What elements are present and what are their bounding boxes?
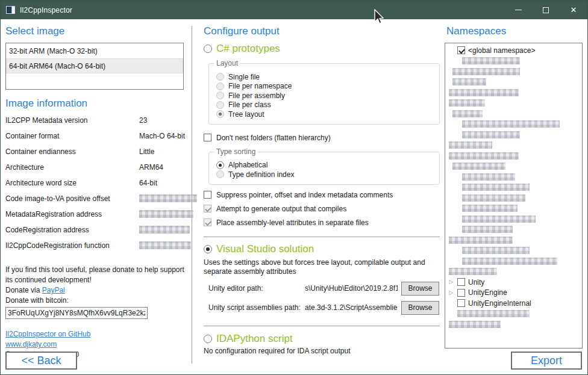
namespace-item-redacted [445,225,582,235]
paypal-link[interactable]: PayPal [42,286,65,294]
info-label: Container format [5,132,59,140]
layout-option[interactable]: Single file [216,72,433,82]
namespace-checkbox[interactable] [457,289,465,297]
maximize-button[interactable] [532,1,560,19]
layout-option[interactable]: File per namespace [216,82,433,91]
namespace-item-redacted [445,98,582,109]
namespace-item-redacted [445,150,582,161]
namespaces-panel: Namespaces <global namespace>▷Unity▷Unit… [445,25,583,349]
info-value: Mach-O 64-bit [139,132,185,140]
redacted-value [139,210,193,218]
expander-icon[interactable]: ▷ [445,288,457,298]
namespace-checkbox[interactable] [457,299,465,307]
idapython-radio[interactable] [204,335,212,343]
unity-assemblies-path-value[interactable]: ate.3d-3.1.2\ScriptAssemblies [305,303,398,312]
expander-icon[interactable]: ▷ [445,277,457,287]
back-button[interactable]: << Back [5,352,77,370]
flatten-hierarchy-label: Don't nest folders (flatten hierarchy) [216,134,331,142]
layout-radio[interactable] [216,110,224,118]
redacted-namespace [452,110,483,117]
layout-label: Tree layout [228,110,264,119]
flatten-hierarchy-option[interactable]: Don't nest folders (flatten hierarchy) [204,132,440,143]
namespace-item-redacted [445,246,582,256]
redacted-namespace [462,57,520,64]
info-label: CodeRegistration address [5,226,89,234]
image-information-heading: Image information [5,98,187,110]
close-button[interactable]: ✕ [560,1,587,19]
output-option-label: Place assembly-level attributes in separ… [216,218,369,227]
output-option[interactable]: Attempt to generate output that compiles [204,203,440,214]
section-divider-2 [204,326,440,326]
namespaces-heading: Namespaces [446,25,583,37]
type-sorting-option[interactable]: Alphabetical [216,161,433,170]
donate-via-line: Donate via PayPal [5,285,187,296]
namespace-item[interactable]: UnityEngineInternal [445,298,582,309]
bitcoin-address-input[interactable] [5,307,148,319]
layout-label: File per class [228,101,271,109]
output-option-checkbox[interactable] [204,205,211,212]
redacted-value [139,241,191,249]
redacted-namespace [462,120,560,128]
redacted-namespace [449,89,519,96]
redacted-namespace [449,152,519,160]
output-option[interactable]: Suppress pointer, offset and index metad… [204,190,440,200]
maximize-icon [543,7,549,13]
namespace-item-redacted [445,267,582,277]
layout-radio[interactable] [216,91,224,99]
redacted-namespace [449,237,513,244]
redacted-namespace [449,321,501,328]
export-button[interactable]: Export [511,352,582,370]
redacted-value [139,226,190,234]
type-sorting-option[interactable]: Type definition index [216,170,433,179]
image-listbox[interactable]: 32-bit ARM (Mach-O 32-bit)64-bit ARM64 (… [5,43,184,90]
namespace-item-redacted [445,182,582,193]
unity-editor-path-value[interactable]: s\Unity\Hub\Editor\2019.2.8f1 [305,284,398,293]
unity-assemblies-browse-button[interactable]: Browse [401,301,439,315]
namespaces-listbox[interactable]: <global namespace>▷Unity▷UnityEngineUnit… [445,43,583,349]
flatten-hierarchy-checkbox[interactable] [204,134,211,141]
layout-radio[interactable] [216,73,224,81]
layout-radio[interactable] [216,101,224,109]
unity-editor-browse-button[interactable]: Browse [401,282,439,296]
info-row: CodeRegistration address [5,226,187,241]
type-sorting-radio[interactable] [216,170,224,178]
namespace-item[interactable]: <global namespace> [445,45,582,56]
type-sorting-groupbox-title: Type sorting [214,147,258,156]
minimize-icon [515,10,522,10]
output-option-checkbox[interactable] [204,191,211,199]
csharp-prototypes-radio[interactable] [204,45,212,53]
output-option-checkbox[interactable] [204,218,211,226]
namespace-checkbox[interactable] [457,278,465,286]
namespace-item-redacted [445,77,582,88]
github-link[interactable]: Il2CppInspector on GitHub [5,330,90,338]
namespace-checkbox[interactable] [457,46,465,54]
redacted-namespace [449,268,497,275]
redacted-value [139,194,197,202]
layout-option[interactable]: File per assembly [216,91,433,101]
website-link[interactable]: www.djkaty.com [5,340,57,349]
idapython-option[interactable]: IDAPython script [204,333,440,345]
namespace-item-redacted [445,129,582,140]
type-sorting-radio[interactable] [216,161,224,169]
csharp-prototypes-label: C# prototypes [216,43,280,55]
namespace-item[interactable]: ▷Unity [445,277,582,288]
layout-option[interactable]: File per class [216,101,433,110]
info-row: Il2CppCodeRegistration function [5,241,187,257]
csharp-prototypes-option[interactable]: C# prototypes [204,43,440,55]
namespace-item-redacted [445,119,582,130]
namespace-item-redacted [445,235,582,246]
layout-option[interactable]: Tree layout [216,110,433,119]
configure-output-heading: Configure output [204,25,440,37]
info-value: ARM64 [139,163,163,172]
layout-radio[interactable] [216,82,224,90]
visual-studio-description: Uses the settings above but forces tree … [204,258,440,276]
type-sorting-label: Alphabetical [228,161,267,169]
visual-studio-option[interactable]: Visual Studio solution [204,243,440,255]
output-option[interactable]: Place assembly-level attributes in separ… [204,217,440,228]
visual-studio-radio[interactable] [204,245,212,253]
minimize-button[interactable] [504,1,532,19]
list-item[interactable]: 64-bit ARM64 (Mach-O 64-bit) [6,58,183,73]
namespace-item[interactable]: ▷UnityEngine [445,288,582,299]
title-bar[interactable]: Il2CppInspector ✕ [1,1,587,19]
list-item[interactable]: 32-bit ARM (Mach-O 32-bit) [6,43,183,58]
